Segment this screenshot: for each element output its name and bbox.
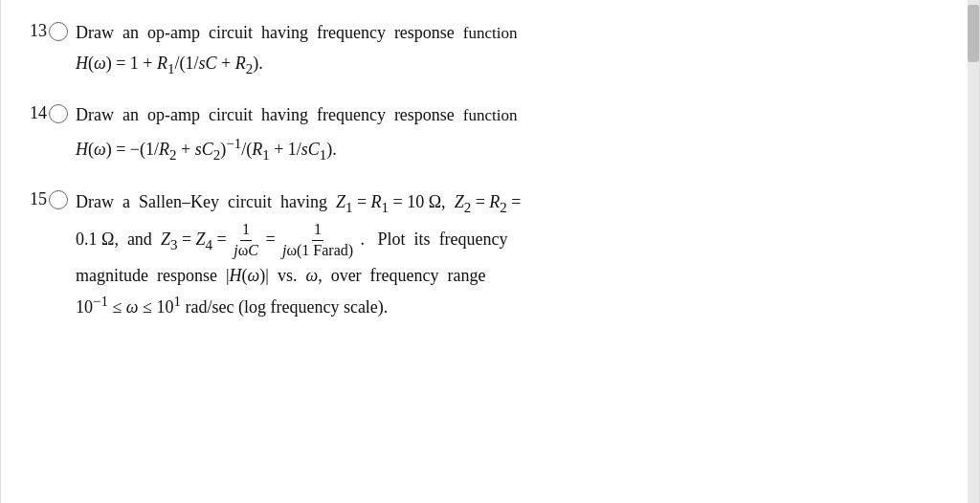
problem-14: 14 Draw an op-amp circuit having frequen… xyxy=(30,101,941,166)
problem-14-content: Draw an op-amp circuit having frequency … xyxy=(76,101,518,166)
problem-14-equation: H(ω) = −(1/R2 + sC2)−1/(R1 + 1/sC1). xyxy=(76,132,518,166)
problem-15-line2: 0.1 Ω, and Z3 = Z4 = 1 jωC = 1 jω(1 Fara… xyxy=(76,230,508,249)
fraction-1: 1 jωC xyxy=(232,220,260,261)
problem-14-circle xyxy=(49,104,68,123)
problem-14-number: 14 xyxy=(30,103,47,123)
page-container: 13 Draw an op-amp circuit having frequen… xyxy=(0,0,980,503)
problem-13: 13 Draw an op-amp circuit having frequen… xyxy=(30,19,941,80)
problem-13-equation: H(ω) = 1 + R1/(1/sC + R2). xyxy=(76,50,518,80)
problem-15-line4: 10−1 ≤ ω ≤ 101 rad/sec (log frequency sc… xyxy=(76,297,388,317)
problem-15-number: 15 xyxy=(30,189,47,209)
problem-14-text: Draw an op-amp circuit having frequency … xyxy=(76,105,518,124)
problem-13-text: Draw an op-amp circuit having frequency … xyxy=(76,23,518,42)
problem-15-content: Draw a Sallen–Key circuit having Z1 = R1… xyxy=(76,187,521,322)
problem-13-circle xyxy=(49,22,68,41)
fraction-2: 1 jω(1 Farad) xyxy=(280,220,355,261)
problem-15-line1: Draw a Sallen–Key circuit having Z1 = R1… xyxy=(76,192,521,211)
problem-13-content: Draw an op-amp circuit having frequency … xyxy=(76,19,518,80)
problem-15-line3: magnitude response |H(ω)| vs. ω, over fr… xyxy=(76,266,486,285)
scrollbar-track[interactable] xyxy=(968,0,979,503)
scrollbar-thumb[interactable] xyxy=(968,5,979,62)
problem-13-number: 13 xyxy=(30,21,47,41)
problem-15: 15 Draw a Sallen–Key circuit having Z1 =… xyxy=(30,187,941,322)
problem-15-circle xyxy=(49,190,68,209)
